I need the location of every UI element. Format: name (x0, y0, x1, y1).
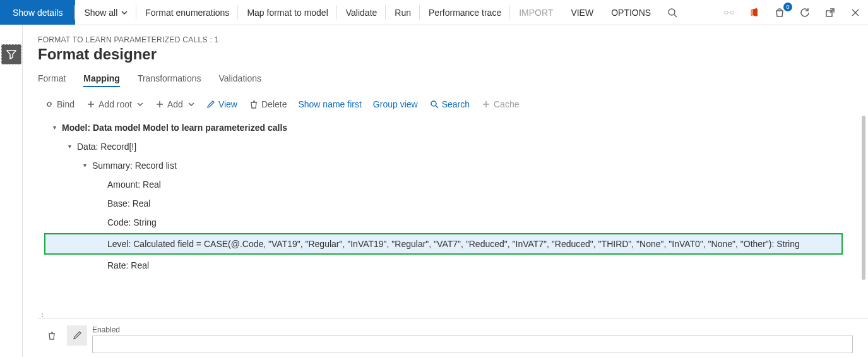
enabled-input[interactable] (92, 336, 853, 353)
tree-node-label: Data: Record[!] (77, 137, 136, 156)
collapse-icon[interactable]: ▾ (64, 137, 74, 156)
search-label: Search (442, 99, 470, 109)
search-icon (429, 99, 439, 109)
tree-node-model[interactable]: ▾ Model: Data model Model to learn param… (44, 118, 843, 137)
close-icon (851, 8, 860, 17)
collapse-icon[interactable]: ▾ (80, 156, 90, 175)
svg-line-1 (674, 15, 677, 17)
tab-strip: Format Mapping Transformations Validatio… (38, 71, 868, 90)
options-button[interactable]: OPTIONS (602, 0, 660, 25)
map-format-to-model-button[interactable]: Map format to model (238, 0, 336, 25)
refresh-icon (800, 8, 810, 18)
tree-node-code[interactable]: Code: String (44, 213, 843, 232)
tab-transformations[interactable]: Transformations (138, 71, 201, 87)
tab-mapping-label: Mapping (83, 73, 120, 83)
tree-node-amount[interactable]: Amount: Real (44, 175, 843, 194)
show-name-first-label: Show name first (298, 99, 361, 109)
close-button[interactable] (843, 0, 868, 25)
tree-node-base[interactable]: Base: Real (44, 194, 843, 213)
body: FORMAT TO LEARN PARAMETERIZED CALLS : 1 … (0, 25, 868, 357)
office-button[interactable] (742, 0, 767, 25)
svg-line-14 (436, 106, 438, 108)
popout-button[interactable] (817, 0, 843, 25)
show-all-button[interactable]: Show all (75, 0, 136, 25)
tree-node-rate[interactable]: Rate: Real (44, 256, 843, 275)
tree-node-label: Level: Calculated field = CASE(@.Code, "… (107, 234, 800, 253)
trash-icon (249, 99, 259, 109)
view-menu-button[interactable]: VIEW (562, 0, 602, 25)
validate-button[interactable]: Validate (337, 0, 386, 25)
tree-node-label: Model: Data model Model to learn paramet… (62, 118, 287, 137)
pencil-icon (206, 99, 216, 109)
panel-delete-button[interactable] (42, 325, 62, 346)
filter-icon (6, 49, 16, 59)
properties-panel: Enabled (38, 318, 868, 357)
import-button: IMPORT (510, 0, 562, 25)
search-icon (667, 8, 677, 18)
drag-handle[interactable]: ⋮ (38, 312, 40, 318)
shopping-badge: 0 (783, 3, 792, 11)
tree-container: ⋮ ▾ Model: Data model Model to learn par… (38, 116, 868, 318)
show-all-label: Show all (84, 8, 117, 18)
format-enumerations-label: Format enumerations (145, 8, 229, 18)
view-button[interactable]: View (206, 99, 237, 109)
shopping-button[interactable]: 0 (767, 0, 792, 25)
plus-icon (481, 99, 491, 109)
bind-button[interactable]: Bind (44, 99, 74, 109)
add-label: Add (167, 99, 183, 109)
show-name-first-button[interactable]: Show name first (298, 99, 361, 109)
left-rail (0, 25, 23, 357)
tab-transformations-label: Transformations (138, 73, 201, 83)
collapse-icon[interactable]: ▾ (49, 118, 59, 137)
chevron-down-icon (188, 101, 194, 107)
run-button[interactable]: Run (386, 0, 420, 25)
performance-trace-button[interactable]: Performance trace (420, 0, 510, 25)
enabled-label: Enabled (92, 325, 853, 334)
refresh-button[interactable] (792, 0, 817, 25)
tree-node-label: Amount: Real (107, 175, 161, 194)
connector-icon (724, 9, 734, 16)
chevron-down-icon (137, 101, 143, 107)
tab-validations[interactable]: Validations (219, 71, 261, 87)
tree-node-summary[interactable]: ▾ Summary: Record list (44, 156, 843, 175)
delete-label: Delete (261, 99, 287, 109)
add-root-label: Add root (98, 99, 132, 109)
view-label: View (218, 99, 237, 109)
mapping-toolbar: Bind Add root Add (38, 90, 868, 116)
command-bar: Show details Show all Format enumeration… (0, 0, 868, 25)
main: FORMAT TO LEARN PARAMETERIZED CALLS : 1 … (23, 25, 868, 357)
connector-icon-button[interactable] (716, 0, 742, 25)
svg-rect-2 (724, 11, 728, 14)
group-view-button[interactable]: Group view (373, 99, 418, 109)
tree-node-level[interactable]: Level: Calculated field = CASE(@.Code, "… (44, 233, 843, 255)
tab-mapping[interactable]: Mapping (83, 71, 120, 87)
add-root-button[interactable]: Add root (86, 99, 143, 109)
global-search-button[interactable] (660, 0, 685, 25)
add-button[interactable]: Add (155, 99, 194, 109)
format-enumerations-button[interactable]: Format enumerations (136, 0, 238, 25)
data-source-tree: ▾ Model: Data model Model to learn param… (38, 116, 868, 275)
panel-edit-button[interactable] (67, 325, 87, 346)
tab-format[interactable]: Format (38, 71, 66, 87)
tree-node-data[interactable]: ▾ Data: Record[!] (44, 137, 843, 156)
popout-icon (825, 8, 835, 18)
bind-label: Bind (57, 99, 74, 109)
filter-button[interactable] (1, 44, 21, 64)
show-details-label: Show details (13, 8, 62, 18)
scrollbar[interactable] (862, 116, 865, 280)
page-surface: FORMAT TO LEARN PARAMETERIZED CALLS : 1 … (23, 25, 868, 357)
validate-label: Validate (346, 8, 378, 18)
command-bar-spacer (685, 0, 716, 25)
svg-rect-3 (730, 11, 734, 14)
pencil-icon (72, 330, 82, 341)
breadcrumb: FORMAT TO LEARN PARAMETERIZED CALLS : 1 (38, 35, 868, 44)
tree-node-label: Rate: Real (107, 256, 149, 275)
trash-icon (47, 330, 57, 341)
shopping-bag-icon (775, 8, 785, 18)
search-button[interactable]: Search (429, 99, 470, 109)
cache-button: Cache (481, 99, 519, 109)
svg-point-13 (431, 101, 436, 106)
group-view-label: Group view (373, 99, 418, 109)
show-details-button[interactable]: Show details (0, 0, 75, 25)
delete-button[interactable]: Delete (249, 99, 287, 109)
